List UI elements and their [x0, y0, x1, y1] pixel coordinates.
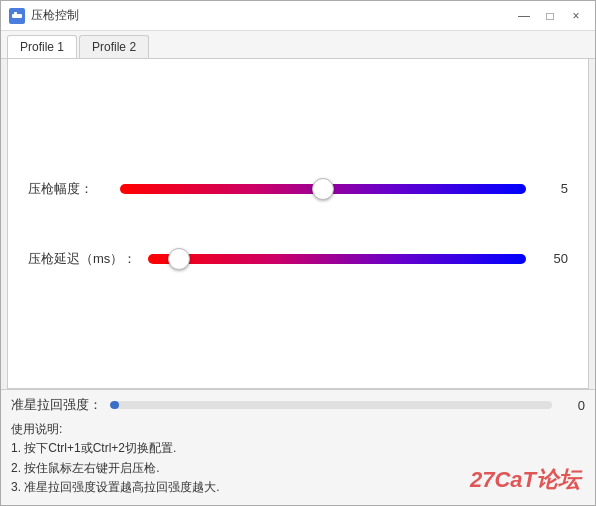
title-bar: 压枪控制 — □ ×	[1, 1, 595, 31]
app-icon	[9, 8, 25, 24]
recoil-row: 准星拉回强度： 0	[11, 396, 585, 414]
bottom-wrapper: 准星拉回强度： 0 使用说明: 1. 按下Ctrl+1或Ctrl+2切换配置. …	[1, 389, 595, 505]
minimize-button[interactable]: —	[513, 6, 535, 26]
delay-slider-container[interactable]	[148, 249, 526, 269]
instruction-line-1: 1. 按下Ctrl+1或Ctrl+2切换配置.	[11, 439, 585, 458]
delay-value: 50	[538, 251, 568, 266]
content-area: 压枪幅度： 5 压枪延迟（ms）： 50	[7, 59, 589, 389]
amplitude-slider-container[interactable]	[120, 179, 526, 199]
recoil-track	[110, 401, 552, 409]
recoil-track-container[interactable]	[110, 397, 552, 413]
tab-profile1[interactable]: Profile 1	[7, 35, 77, 58]
recoil-label: 准星拉回强度：	[11, 396, 102, 414]
close-button[interactable]: ×	[565, 6, 587, 26]
svg-rect-1	[14, 12, 17, 15]
tab-profile2[interactable]: Profile 2	[79, 35, 149, 58]
delay-thumb[interactable]	[168, 248, 190, 270]
delay-track	[148, 254, 526, 264]
svg-rect-0	[12, 14, 22, 18]
app-window: 压枪控制 — □ × Profile 1 Profile 2 压枪幅度： 5	[0, 0, 596, 506]
delay-label: 压枪延迟（ms）：	[28, 250, 136, 268]
amplitude-thumb[interactable]	[312, 178, 334, 200]
amplitude-value: 5	[538, 181, 568, 196]
amplitude-row: 压枪幅度： 5	[28, 179, 568, 199]
maximize-button[interactable]: □	[539, 6, 561, 26]
watermark: 27CaT论坛	[470, 465, 580, 495]
window-title: 压枪控制	[31, 7, 79, 24]
title-left: 压枪控制	[9, 7, 79, 24]
delay-row: 压枪延迟（ms）： 50	[28, 249, 568, 269]
amplitude-track	[120, 184, 526, 194]
instructions-title: 使用说明:	[11, 420, 585, 439]
recoil-fill	[110, 401, 119, 409]
recoil-value: 0	[560, 398, 585, 413]
amplitude-label: 压枪幅度：	[28, 180, 108, 198]
tab-bar: Profile 1 Profile 2	[1, 31, 595, 59]
window-controls: — □ ×	[513, 6, 587, 26]
